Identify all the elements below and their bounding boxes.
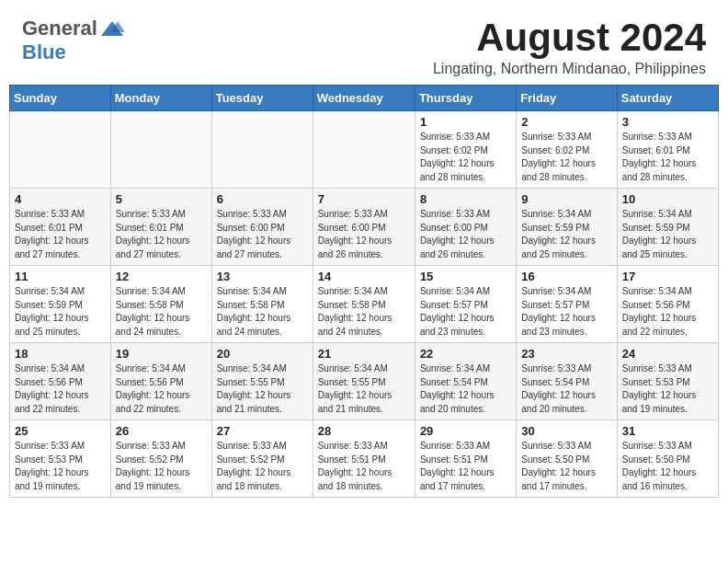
day-info: Sunrise: 5:34 AM Sunset: 5:57 PM Dayligh… <box>521 285 611 339</box>
logo-blue-text: Blue <box>22 40 66 63</box>
calendar-cell: 9Sunrise: 5:34 AM Sunset: 5:59 PM Daylig… <box>517 189 617 266</box>
day-info: Sunrise: 5:33 AM Sunset: 5:53 PM Dayligh… <box>15 440 106 493</box>
calendar-cell: 7Sunrise: 5:33 AM Sunset: 6:00 PM Daylig… <box>313 189 415 266</box>
day-number: 17 <box>622 270 713 283</box>
day-info: Sunrise: 5:34 AM Sunset: 5:59 PM Dayligh… <box>622 208 713 261</box>
calendar-cell: 16Sunrise: 5:34 AM Sunset: 5:57 PM Dayli… <box>517 266 617 343</box>
weekday-header-friday: Friday <box>517 86 617 111</box>
calendar-cell: 29Sunrise: 5:33 AM Sunset: 5:51 PM Dayli… <box>415 420 516 498</box>
calendar-cell: 18Sunrise: 5:34 AM Sunset: 5:56 PM Dayli… <box>10 343 111 420</box>
calendar-cell: 13Sunrise: 5:34 AM Sunset: 5:58 PM Dayli… <box>211 266 313 343</box>
day-info: Sunrise: 5:33 AM Sunset: 6:02 PM Dayligh… <box>521 131 611 184</box>
calendar-cell: 3Sunrise: 5:33 AM Sunset: 6:01 PM Daylig… <box>617 111 718 189</box>
calendar-cell <box>10 111 111 189</box>
day-number: 29 <box>420 424 511 438</box>
calendar-cell: 26Sunrise: 5:33 AM Sunset: 5:52 PM Dayli… <box>110 420 211 498</box>
weekday-header-thursday: Thursday <box>415 86 516 111</box>
day-number: 30 <box>521 424 611 438</box>
day-number: 4 <box>15 192 106 206</box>
day-number: 22 <box>420 347 511 361</box>
week-row-1: 1Sunrise: 5:33 AM Sunset: 6:02 PM Daylig… <box>10 111 719 189</box>
calendar-body: 1Sunrise: 5:33 AM Sunset: 6:02 PM Daylig… <box>10 111 719 498</box>
calendar-cell: 23Sunrise: 5:33 AM Sunset: 5:54 PM Dayli… <box>517 343 617 420</box>
day-number: 25 <box>15 424 106 438</box>
calendar-cell: 21Sunrise: 5:34 AM Sunset: 5:55 PM Dayli… <box>313 343 415 420</box>
weekday-header-monday: Monday <box>110 86 211 111</box>
day-number: 5 <box>116 192 207 206</box>
day-number: 7 <box>318 192 410 206</box>
day-number: 28 <box>318 424 410 438</box>
week-row-5: 25Sunrise: 5:33 AM Sunset: 5:53 PM Dayli… <box>10 420 719 498</box>
calendar-cell: 17Sunrise: 5:34 AM Sunset: 5:56 PM Dayli… <box>617 266 718 343</box>
calendar-cell: 24Sunrise: 5:33 AM Sunset: 5:53 PM Dayli… <box>617 343 718 420</box>
week-row-2: 4Sunrise: 5:33 AM Sunset: 6:01 PM Daylig… <box>10 189 719 266</box>
location: Lingating, Northern Mindanao, Philippine… <box>433 61 706 77</box>
day-number: 19 <box>116 347 207 361</box>
calendar: SundayMondayTuesdayWednesdayThursdayFrid… <box>9 85 719 498</box>
day-info: Sunrise: 5:34 AM Sunset: 5:56 PM Dayligh… <box>622 285 713 339</box>
calendar-cell: 19Sunrise: 5:34 AM Sunset: 5:56 PM Dayli… <box>110 343 211 420</box>
day-info: Sunrise: 5:33 AM Sunset: 5:50 PM Dayligh… <box>521 440 611 493</box>
day-number: 6 <box>217 192 308 206</box>
day-info: Sunrise: 5:33 AM Sunset: 6:00 PM Dayligh… <box>420 208 511 261</box>
day-number: 21 <box>318 347 410 361</box>
calendar-cell <box>110 111 211 189</box>
calendar-cell: 31Sunrise: 5:33 AM Sunset: 5:50 PM Dayli… <box>617 420 718 498</box>
day-number: 14 <box>318 270 410 283</box>
day-number: 24 <box>622 347 713 361</box>
week-row-3: 11Sunrise: 5:34 AM Sunset: 5:59 PM Dayli… <box>10 266 719 343</box>
weekday-header-tuesday: Tuesday <box>211 86 313 111</box>
calendar-cell: 12Sunrise: 5:34 AM Sunset: 5:58 PM Dayli… <box>110 266 211 343</box>
day-info: Sunrise: 5:34 AM Sunset: 5:59 PM Dayligh… <box>521 208 611 261</box>
calendar-header: SundayMondayTuesdayWednesdayThursdayFrid… <box>10 86 719 111</box>
day-number: 16 <box>521 270 611 283</box>
day-number: 2 <box>521 115 611 129</box>
day-number: 10 <box>622 192 713 206</box>
day-number: 23 <box>521 347 611 361</box>
calendar-cell: 15Sunrise: 5:34 AM Sunset: 5:57 PM Dayli… <box>415 266 516 343</box>
day-info: Sunrise: 5:34 AM Sunset: 5:59 PM Dayligh… <box>15 285 106 339</box>
week-row-4: 18Sunrise: 5:34 AM Sunset: 5:56 PM Dayli… <box>10 343 719 420</box>
day-info: Sunrise: 5:34 AM Sunset: 5:55 PM Dayligh… <box>217 362 308 416</box>
day-info: Sunrise: 5:34 AM Sunset: 5:58 PM Dayligh… <box>318 285 410 339</box>
day-number: 1 <box>420 115 511 129</box>
calendar-cell: 6Sunrise: 5:33 AM Sunset: 6:00 PM Daylig… <box>211 189 313 266</box>
day-number: 8 <box>420 192 511 206</box>
weekday-header-saturday: Saturday <box>617 86 718 111</box>
day-info: Sunrise: 5:34 AM Sunset: 5:57 PM Dayligh… <box>420 285 511 339</box>
day-number: 20 <box>217 347 308 361</box>
day-info: Sunrise: 5:33 AM Sunset: 6:02 PM Dayligh… <box>420 131 511 184</box>
calendar-cell: 4Sunrise: 5:33 AM Sunset: 6:01 PM Daylig… <box>10 189 111 266</box>
day-info: Sunrise: 5:34 AM Sunset: 5:55 PM Dayligh… <box>318 362 410 416</box>
day-number: 3 <box>622 115 713 129</box>
day-info: Sunrise: 5:33 AM Sunset: 6:01 PM Dayligh… <box>116 208 207 261</box>
day-info: Sunrise: 5:33 AM Sunset: 6:00 PM Dayligh… <box>318 208 410 261</box>
day-info: Sunrise: 5:33 AM Sunset: 5:52 PM Dayligh… <box>116 440 207 493</box>
page-header: General Blue August 2024 Lingating, Nort… <box>0 0 728 85</box>
calendar-cell: 11Sunrise: 5:34 AM Sunset: 5:59 PM Dayli… <box>10 266 111 343</box>
weekday-row: SundayMondayTuesdayWednesdayThursdayFrid… <box>10 86 719 111</box>
day-info: Sunrise: 5:34 AM Sunset: 5:54 PM Dayligh… <box>420 362 511 416</box>
calendar-cell: 1Sunrise: 5:33 AM Sunset: 6:02 PM Daylig… <box>415 111 516 189</box>
day-info: Sunrise: 5:33 AM Sunset: 5:51 PM Dayligh… <box>420 440 511 493</box>
day-info: Sunrise: 5:33 AM Sunset: 5:52 PM Dayligh… <box>217 440 308 493</box>
day-number: 15 <box>420 270 511 283</box>
day-info: Sunrise: 5:33 AM Sunset: 5:51 PM Dayligh… <box>318 440 410 493</box>
day-info: Sunrise: 5:33 AM Sunset: 5:50 PM Dayligh… <box>622 440 713 493</box>
calendar-cell: 30Sunrise: 5:33 AM Sunset: 5:50 PM Dayli… <box>517 420 617 498</box>
day-info: Sunrise: 5:33 AM Sunset: 6:00 PM Dayligh… <box>217 208 308 261</box>
day-info: Sunrise: 5:33 AM Sunset: 5:54 PM Dayligh… <box>521 362 611 416</box>
logo: General Blue <box>22 17 125 64</box>
day-number: 27 <box>217 424 308 438</box>
day-number: 18 <box>15 347 106 361</box>
calendar-cell: 8Sunrise: 5:33 AM Sunset: 6:00 PM Daylig… <box>415 189 516 266</box>
day-info: Sunrise: 5:34 AM Sunset: 5:56 PM Dayligh… <box>15 362 106 416</box>
day-info: Sunrise: 5:34 AM Sunset: 5:58 PM Dayligh… <box>116 285 207 339</box>
calendar-wrapper: SundayMondayTuesdayWednesdayThursdayFrid… <box>0 85 728 507</box>
logo-general-text: General <box>22 17 97 40</box>
calendar-cell: 5Sunrise: 5:33 AM Sunset: 6:01 PM Daylig… <box>110 189 211 266</box>
calendar-cell: 2Sunrise: 5:33 AM Sunset: 6:02 PM Daylig… <box>517 111 617 189</box>
calendar-cell: 20Sunrise: 5:34 AM Sunset: 5:55 PM Dayli… <box>211 343 313 420</box>
calendar-cell: 28Sunrise: 5:33 AM Sunset: 5:51 PM Dayli… <box>313 420 415 498</box>
day-info: Sunrise: 5:33 AM Sunset: 6:01 PM Dayligh… <box>15 208 106 261</box>
